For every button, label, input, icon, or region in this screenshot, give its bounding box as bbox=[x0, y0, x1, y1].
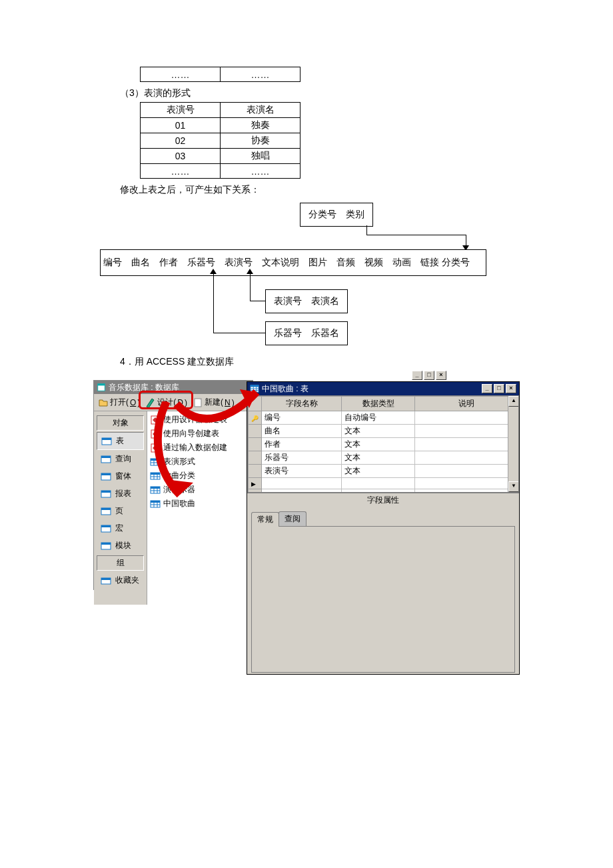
empty-cell[interactable] bbox=[262, 489, 342, 493]
favorites-label: 收藏夹 bbox=[115, 575, 139, 586]
description-cell[interactable] bbox=[415, 465, 518, 478]
design-max-btn[interactable]: □ bbox=[494, 384, 504, 393]
table-object-icon bbox=[150, 457, 161, 467]
list-item[interactable]: 演奏乐器 bbox=[149, 483, 251, 497]
row-selector[interactable] bbox=[249, 451, 262, 465]
sidebar-header-group[interactable]: 组 bbox=[97, 555, 144, 571]
sidebar-item-3[interactable]: 报表 bbox=[97, 485, 144, 502]
list-item[interactable]: 使用向导创建表 bbox=[149, 427, 251, 441]
field-name-cell[interactable] bbox=[262, 478, 342, 489]
stub-max-btn[interactable]: □ bbox=[424, 371, 434, 380]
data-type-cell[interactable]: 文本 bbox=[342, 465, 415, 478]
description-cell[interactable] bbox=[415, 451, 518, 465]
svg-rect-23 bbox=[151, 459, 160, 461]
tab-lookup[interactable]: 查阅 bbox=[279, 511, 306, 526]
db-object-list: 使用设计器创建表使用向导创建表通过输入数据创建表演形式歌曲分类演奏乐器中国歌曲 bbox=[147, 411, 253, 605]
description-cell[interactable] bbox=[415, 425, 518, 438]
svg-rect-33 bbox=[151, 487, 160, 489]
section3-title: （3）表演的形式 bbox=[120, 87, 513, 99]
list-item[interactable]: 使用设计器创建表 bbox=[149, 413, 251, 427]
empty-cell[interactable] bbox=[342, 489, 415, 493]
sidebar-item-label: 宏 bbox=[115, 523, 123, 534]
sidebar-item-4[interactable]: 页 bbox=[97, 503, 144, 519]
sidebar-item-label: 表 bbox=[116, 435, 124, 447]
sidebar-item-1[interactable]: 查询 bbox=[97, 451, 144, 467]
sidebar-header-objects[interactable]: 对象 bbox=[97, 415, 144, 431]
sidebar-item-6[interactable]: 模块 bbox=[97, 537, 144, 554]
tab-general[interactable]: 常规 bbox=[251, 512, 279, 527]
field-name-cell[interactable]: 乐器号 bbox=[262, 451, 342, 465]
table-perform: 表演号 表演名 01独奏02协奏03独唱………… bbox=[140, 102, 301, 179]
svg-rect-6 bbox=[101, 456, 111, 458]
col-description[interactable]: 说明 bbox=[415, 397, 518, 411]
row-selector[interactable] bbox=[249, 489, 262, 493]
svg-rect-12 bbox=[101, 508, 111, 510]
sidebar-item-0[interactable]: 表 bbox=[97, 432, 144, 450]
row-selector[interactable] bbox=[249, 478, 262, 489]
svg-rect-4 bbox=[102, 438, 111, 440]
field-props-tabs: 常规 查阅 bbox=[247, 507, 519, 526]
description-cell[interactable] bbox=[415, 478, 518, 489]
db-icon bbox=[97, 383, 106, 392]
field-name-cell[interactable]: 作者 bbox=[262, 438, 342, 451]
new-button[interactable]: 新建(N) bbox=[193, 397, 235, 408]
list-item[interactable]: 中国歌曲 bbox=[149, 497, 251, 511]
empty-cell[interactable] bbox=[415, 489, 518, 493]
field-grid[interactable]: 字段名称 数据类型 说明 编号自动编号曲名文本作者文本乐器号文本表演号文本 ▲ … bbox=[247, 395, 519, 493]
db-titlebar[interactable]: 音乐数据库 : 数据库 bbox=[94, 381, 253, 394]
stub-min-btn[interactable]: _ bbox=[412, 371, 422, 380]
box-main: 编号 曲名 作者 乐器号 表演号 文本说明 图片 音频 视频 动画 链接 分类号 bbox=[100, 249, 486, 276]
description-cell[interactable] bbox=[415, 411, 518, 425]
row-selector[interactable] bbox=[249, 425, 262, 438]
data-type-cell[interactable]: 文本 bbox=[342, 425, 415, 438]
description-cell[interactable] bbox=[415, 438, 518, 451]
data-type-cell[interactable]: 文本 bbox=[342, 438, 415, 451]
list-item-label: 歌曲分类 bbox=[163, 470, 195, 481]
design-title-text: 中国歌曲 : 表 bbox=[262, 383, 308, 395]
col-data-type[interactable]: 数据类型 bbox=[342, 397, 415, 411]
sidebar-item-icon bbox=[101, 455, 111, 464]
design-close-btn[interactable]: × bbox=[506, 384, 516, 393]
list-item-label: 演奏乐器 bbox=[163, 484, 195, 495]
row-selector[interactable] bbox=[249, 465, 262, 478]
row-selector[interactable] bbox=[249, 411, 262, 425]
scroll-down-btn[interactable]: ▼ bbox=[508, 481, 519, 492]
svg-rect-16 bbox=[101, 543, 111, 545]
sidebar-item-5[interactable]: 宏 bbox=[97, 520, 144, 537]
sidebar-item-label: 报表 bbox=[115, 488, 131, 499]
sidebar-item-favorites[interactable]: 收藏夹 bbox=[97, 572, 144, 589]
row-selector[interactable] bbox=[249, 438, 262, 451]
field-properties-pane: 字段属性 常规 查阅 bbox=[247, 493, 519, 673]
table-cell: 03 bbox=[141, 149, 221, 164]
scroll-up-btn[interactable]: ▲ bbox=[508, 396, 519, 407]
field-props-body[interactable] bbox=[251, 526, 515, 673]
wizard-icon bbox=[150, 429, 161, 439]
field-name-cell[interactable]: 表演号 bbox=[262, 465, 342, 478]
design-button[interactable]: 设计(D) bbox=[145, 397, 187, 408]
design-titlebar[interactable]: 中国歌曲 : 表 _ □ × bbox=[247, 382, 519, 395]
db-toolbar: 打开(O) 设计(D) 新建(N) bbox=[94, 394, 253, 411]
access-area: _ □ × 音乐数据库 : 数据库 打开(O) bbox=[93, 375, 520, 675]
sidebar-item-label: 模块 bbox=[115, 540, 131, 551]
design-min-btn[interactable]: _ bbox=[482, 384, 492, 393]
svg-rect-8 bbox=[101, 473, 111, 475]
col-field-name[interactable]: 字段名称 bbox=[262, 397, 342, 411]
list-item[interactable]: 表演形式 bbox=[149, 455, 251, 469]
list-item-label: 通过输入数据创建 bbox=[163, 442, 227, 453]
sidebar-item-label: 窗体 bbox=[115, 471, 131, 482]
data-type-cell[interactable]: 自动编号 bbox=[342, 411, 415, 425]
data-type-cell[interactable]: 文本 bbox=[342, 451, 415, 465]
field-name-cell[interactable]: 曲名 bbox=[262, 425, 342, 438]
favorites-icon bbox=[101, 576, 111, 585]
list-item[interactable]: 通过输入数据创建 bbox=[149, 441, 251, 455]
list-item[interactable]: 歌曲分类 bbox=[149, 469, 251, 483]
stub-close-btn[interactable]: × bbox=[436, 371, 446, 380]
data-type-cell[interactable] bbox=[342, 478, 415, 489]
field-name-cell[interactable]: 编号 bbox=[262, 411, 342, 425]
table-cell: 独奏 bbox=[221, 118, 301, 133]
grid-scrollbar[interactable]: ▲ ▼ bbox=[508, 396, 518, 492]
table-cell: 协奏 bbox=[221, 133, 301, 149]
table-cell: …… bbox=[141, 164, 221, 179]
sidebar-item-2[interactable]: 窗体 bbox=[97, 468, 144, 485]
open-button[interactable]: 打开(O) bbox=[98, 397, 140, 408]
